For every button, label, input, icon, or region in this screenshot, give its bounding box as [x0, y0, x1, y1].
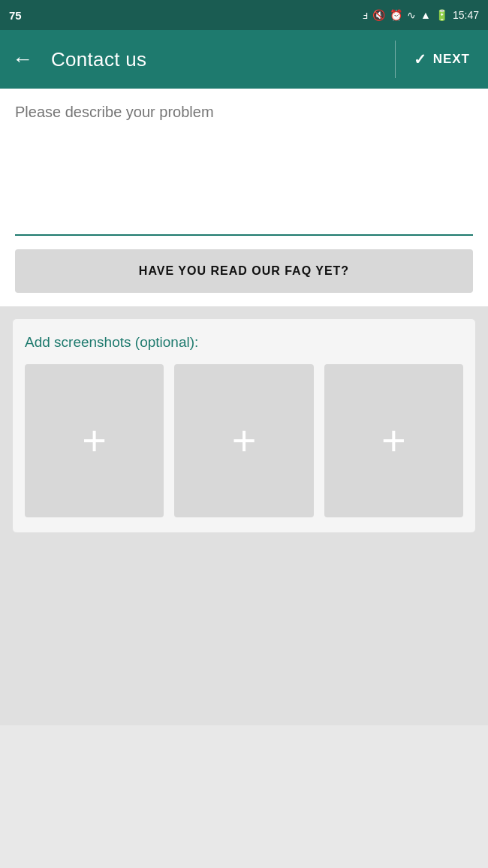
page-title: Contact us — [51, 48, 383, 71]
battery-icon: 🔋 — [435, 9, 448, 21]
checkmark-icon: ✓ — [414, 50, 427, 68]
screenshots-grid: + + + — [25, 364, 463, 517]
alarm-icon: ⏰ — [390, 9, 402, 21]
add-screenshot-icon-3: + — [381, 420, 406, 462]
main-content — [0, 89, 488, 236]
screenshot-slot-1[interactable]: + — [25, 364, 164, 517]
signal-icon: ▲ — [420, 9, 431, 21]
faq-section: HAVE YOU READ OUR FAQ YET? — [0, 236, 488, 306]
add-screenshot-icon-1: + — [82, 420, 107, 462]
mute-icon: 🔇 — [372, 9, 385, 21]
back-button[interactable]: ← — [12, 44, 39, 74]
problem-input[interactable] — [15, 104, 473, 231]
top-bar-divider — [395, 41, 396, 78]
status-icons: ⅎ 🔇 ⏰ ∿ ▲ 🔋 15:47 — [363, 9, 479, 21]
screenshots-card: Add screenshots (optional): + + + — [12, 318, 476, 533]
time-display: 15:47 — [453, 9, 479, 21]
screenshot-slot-2[interactable]: + — [174, 364, 313, 517]
next-button[interactable]: ✓ NEXT — [408, 47, 476, 71]
back-arrow-icon: ← — [12, 47, 33, 71]
screenshot-slot-3[interactable]: + — [324, 364, 463, 517]
bottom-area — [0, 545, 488, 725]
wifi-icon: ∿ — [407, 9, 416, 21]
add-screenshot-icon-2: + — [232, 420, 257, 462]
screenshots-section: Add screenshots (optional): + + + — [0, 306, 488, 545]
screenshots-title: Add screenshots (optional): — [25, 334, 463, 351]
status-bar: 75 ⅎ 🔇 ⏰ ∿ ▲ 🔋 15:47 — [0, 0, 488, 30]
top-bar: ← Contact us ✓ NEXT — [0, 30, 488, 89]
faq-button[interactable]: HAVE YOU READ OUR FAQ YET? — [15, 249, 473, 293]
bluetooth-icon: ⅎ — [363, 9, 368, 21]
next-label: NEXT — [433, 52, 470, 67]
network-indicator: 75 — [9, 9, 22, 22]
